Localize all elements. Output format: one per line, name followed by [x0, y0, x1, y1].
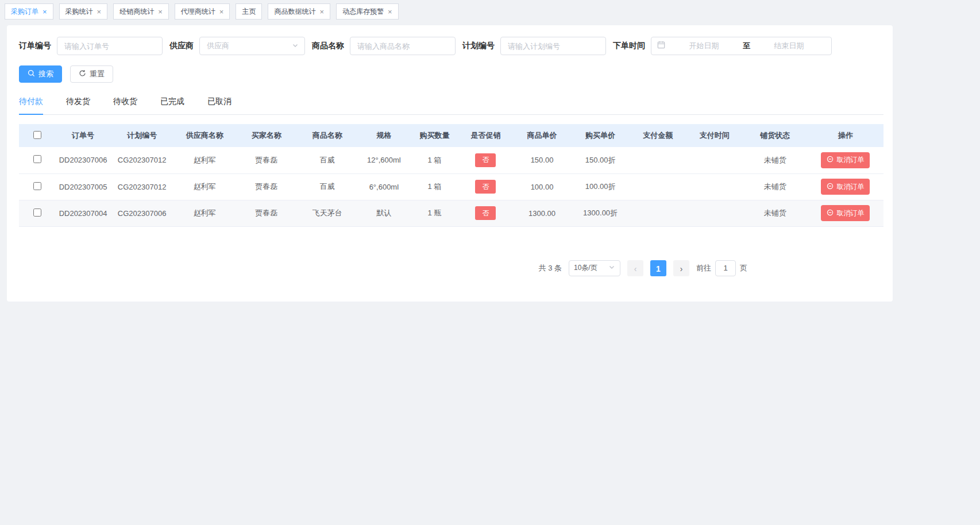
search-icon [28, 70, 35, 79]
start-date-input[interactable]: 开始日期 [668, 41, 740, 51]
goto-page-group: 前往 页 [696, 260, 747, 276]
next-page-button[interactable]: › [673, 260, 689, 276]
page-size-select[interactable]: 10条/页 [569, 260, 620, 276]
pay-amount-cell [630, 173, 686, 200]
order-no-input[interactable] [57, 37, 163, 55]
close-icon[interactable]: × [219, 8, 224, 16]
pay-time-cell [686, 200, 743, 226]
order-time-label: 下单时间 [613, 41, 645, 51]
plan-no-label: 计划编号 [462, 41, 495, 51]
plan-no-cell: CG202307012 [110, 173, 173, 200]
product-name-input[interactable] [350, 37, 456, 55]
order-no-cell: DD202307004 [56, 200, 110, 226]
table-row: DD202307004 CG202307006 赵利军 贾春磊 飞天茅台 默认 … [19, 200, 883, 226]
status-tab-cancelled[interactable]: 已取消 [207, 96, 232, 115]
col-plan-no: 计划编号 [110, 124, 173, 147]
status-tab-pending-shipment[interactable]: 待发货 [66, 96, 90, 115]
row-select-checkbox[interactable] [33, 155, 41, 163]
close-icon[interactable]: × [319, 8, 324, 16]
actions-cell: 取消订单 [808, 147, 883, 173]
unit-price-cell: 100.00 [513, 173, 572, 200]
col-buy-price: 购买单价 [572, 124, 630, 147]
plan-no-input[interactable] [500, 37, 606, 55]
buyer-cell: 贾春磊 [236, 147, 297, 173]
qty-cell: 1 瓶 [410, 200, 458, 226]
stock-status-cell: 未铺货 [743, 147, 808, 173]
reset-button-label: 重置 [90, 69, 105, 79]
product-name-field: 商品名称 [312, 37, 456, 55]
stock-status-cell: 未铺货 [743, 200, 808, 226]
status-tab-pending-payment[interactable]: 待付款 [19, 96, 43, 115]
chevron-down-icon [292, 41, 299, 51]
supplier-label: 供应商 [169, 41, 194, 51]
order-no-field: 订单编号 [19, 37, 163, 55]
promo-badge: 否 [475, 180, 496, 194]
page-size-value: 10条/页 [574, 263, 597, 273]
search-form: 订单编号 供应商 供应商 商品名称 计划编号 下单时间 [19, 37, 883, 55]
goto-suffix: 页 [740, 263, 747, 273]
goto-page-input[interactable] [715, 260, 736, 276]
tab-label: 商品数据统计 [274, 7, 315, 17]
buy-price-cell: 150.00折 [572, 147, 630, 173]
tab-purchase-orders[interactable]: 采购订单 × [5, 3, 53, 20]
close-icon[interactable]: × [97, 8, 102, 16]
order-time-field: 下单时间 开始日期 至 结束日期 [613, 37, 832, 55]
spec-cell: 12°,600ml [357, 147, 410, 173]
col-pay-time: 支付时间 [686, 124, 743, 147]
status-tab-completed[interactable]: 已完成 [160, 96, 184, 115]
cancel-circle-icon [827, 209, 834, 218]
qty-cell: 1 箱 [410, 173, 458, 200]
cancel-order-label: 取消订单 [836, 182, 864, 192]
order-date-range-picker[interactable]: 开始日期 至 结束日期 [651, 37, 832, 55]
row-select-checkbox[interactable] [33, 209, 41, 217]
cancel-circle-icon [827, 156, 834, 164]
select-all-checkbox[interactable] [33, 131, 41, 139]
search-button[interactable]: 搜索 [19, 65, 62, 83]
col-unit-price: 商品单价 [513, 124, 572, 147]
unit-price-cell: 150.00 [513, 147, 572, 173]
calendar-icon [657, 41, 665, 51]
table-header-row: 订单号 计划编号 供应商名称 买家名称 商品名称 规格 购买数量 是否促销 商品… [19, 124, 883, 147]
reset-button[interactable]: 重置 [70, 65, 113, 83]
promo-cell: 否 [458, 147, 512, 173]
close-icon[interactable]: × [388, 8, 392, 16]
close-icon[interactable]: × [43, 8, 47, 16]
tab-agent-stats[interactable]: 代理商统计 × [175, 3, 230, 20]
supplier-field: 供应商 供应商 [169, 37, 305, 55]
prev-page-button[interactable]: ‹ [627, 260, 643, 276]
close-icon[interactable]: × [158, 8, 163, 16]
order-no-label: 订单编号 [19, 41, 51, 51]
supplier-cell: 赵利军 [173, 147, 236, 173]
col-product: 商品名称 [297, 124, 357, 147]
page-number-button[interactable]: 1 [650, 260, 666, 276]
status-tabs: 待付款 待发货 待收货 已完成 已取消 [19, 96, 883, 115]
tab-label: 动态库存预警 [342, 7, 384, 17]
status-tab-pending-receipt[interactable]: 待收货 [113, 96, 137, 115]
product-name-label: 商品名称 [312, 41, 344, 51]
tab-home[interactable]: 主页 [236, 3, 262, 20]
tab-purchase-stats[interactable]: 采购统计 × [59, 3, 108, 20]
product-cell: 百威 [297, 147, 357, 173]
tab-product-data-stats[interactable]: 商品数据统计 × [268, 3, 330, 20]
supplier-select[interactable]: 供应商 [199, 37, 305, 55]
order-no-cell: DD202307006 [56, 147, 110, 173]
qty-cell: 1 箱 [410, 147, 458, 173]
tab-label: 主页 [242, 7, 256, 17]
supplier-cell: 赵利军 [173, 200, 236, 226]
cancel-order-button[interactable]: 取消订单 [821, 152, 870, 168]
pay-amount-cell [630, 147, 686, 173]
tab-stock-warning[interactable]: 动态库存预警 × [336, 3, 399, 20]
stock-status-cell: 未铺货 [743, 173, 808, 200]
cancel-order-label: 取消订单 [836, 209, 864, 218]
actions-cell: 取消订单 [808, 173, 883, 200]
row-select-checkbox[interactable] [33, 182, 41, 190]
tab-bar: 采购订单 × 采购统计 × 经销商统计 × 代理商统计 × 主页 商品数据统计 … [0, 0, 980, 23]
promo-cell: 否 [458, 200, 512, 226]
end-date-input[interactable]: 结束日期 [753, 41, 825, 51]
col-promo: 是否促销 [458, 124, 512, 147]
tab-label: 代理商统计 [181, 7, 215, 17]
tab-dealer-stats[interactable]: 经销商统计 × [113, 3, 169, 20]
cancel-order-button[interactable]: 取消订单 [821, 205, 870, 221]
col-supplier: 供应商名称 [173, 124, 236, 147]
cancel-order-button[interactable]: 取消订单 [821, 179, 870, 195]
